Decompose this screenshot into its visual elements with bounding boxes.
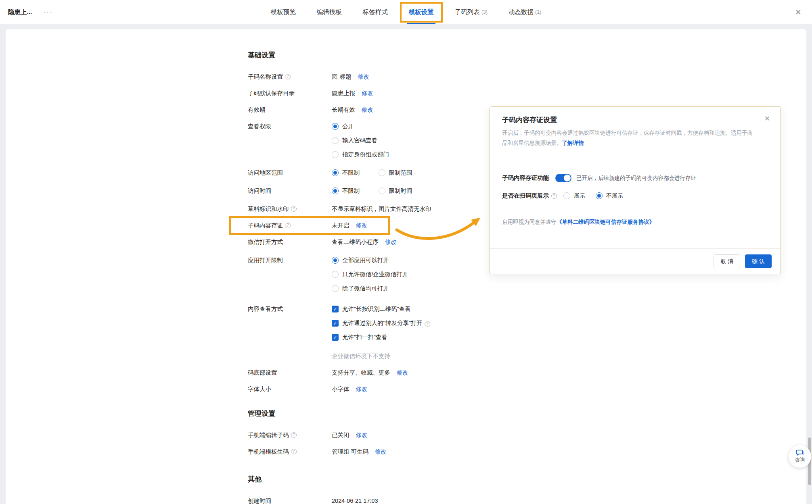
radio-icon <box>563 192 570 199</box>
radio-icon <box>332 271 339 278</box>
scan-page-display-row: 是否在扫码页展示 ? 展示 不展示 <box>502 192 634 200</box>
row-mobile-edit-subcode: 手机端编辑子码 ? 已关闭 修改 <box>248 431 806 439</box>
radio-selected-icon <box>332 123 339 130</box>
tab-bar: 模板预览 编辑模板 标签样式 模板设置 子码列表 (3) 动态数据 (1) <box>271 0 542 24</box>
help-icon[interactable]: ? <box>291 449 297 454</box>
dynamic-data-count-badge: (1) <box>535 9 541 15</box>
radio-except-wechat[interactable]: 除了微信均可打开 <box>332 284 389 293</box>
more-icon[interactable]: ··· <box>43 8 52 16</box>
code-bottom-value: 支持分享、收藏、更多 <box>332 369 390 377</box>
toggle-status-text: 已开启，后续新建的子码的可变内容都会进行存证 <box>576 175 696 182</box>
radio-selected-icon <box>332 169 339 176</box>
dialog-close-icon[interactable]: ✕ <box>764 115 770 123</box>
subcode-name-value: 図标题 <box>332 73 352 81</box>
section-title-manage: 管理设置 <box>248 409 806 418</box>
checkbox-share-open[interactable]: ✓ 允许通过别人的"转发分享"打开 ? <box>332 319 430 327</box>
radio-all-apps[interactable]: 全部应用可以打开 <box>332 256 389 264</box>
row-subcode-name: 子码名称设置 ? 図标题 修改 <box>248 73 806 81</box>
section-title-other: 其他 <box>248 475 806 484</box>
row-font-size: 字体大小 小字体 修改 <box>248 385 806 394</box>
modify-mobile-edit-link[interactable]: 修改 <box>356 431 368 439</box>
dialog-title: 子码内容存证设置 <box>502 115 557 125</box>
certification-settings-dialog: 子码内容存证设置 ✕ 开启后，子码的可变内容会通过蚂蚁区块链进行可信存证，保存存… <box>490 106 781 274</box>
consult-label: 咨询 <box>795 456 805 463</box>
agreement-text: 启用即视为同意并遵守《草料二维码区块链可信存证服务协议》 <box>502 219 655 226</box>
modify-default-folder-link[interactable]: 修改 <box>362 89 373 98</box>
radio-public[interactable]: 公开 <box>332 122 354 131</box>
cancel-button[interactable]: 取 消 <box>714 254 740 268</box>
row-default-folder: 子码默认保存目录 隐患上报 修改 <box>248 89 806 98</box>
row-created-time: 创建时间 2024-06-21 17:03 <box>248 497 806 504</box>
radio-icon <box>332 137 339 144</box>
radio-time-limited[interactable]: 限制时间 <box>379 187 412 195</box>
agreement-link[interactable]: 《草料二维码区块链可信存证服务协议》 <box>557 219 655 225</box>
tab-edit-template[interactable]: 编辑模板 <box>317 0 342 24</box>
modify-subcode-name-link[interactable]: 修改 <box>358 73 370 81</box>
radio-icon <box>332 285 339 292</box>
default-folder-value: 隐患上报 <box>332 89 355 98</box>
field-type-icon: 図 <box>332 73 338 80</box>
radio-time-unlimited[interactable]: 不限制 <box>332 187 360 195</box>
radio-icon <box>379 169 385 176</box>
consult-widget[interactable]: 咨询 <box>789 445 811 468</box>
checkbox-checked-icon: ✓ <box>332 306 339 312</box>
top-header: 隐患上... ··· 模板预览 编辑模板 标签样式 模板设置 子码列表 (3) … <box>0 0 812 24</box>
row-content-view-mode: 内容查看方式 ✓ 允许"长按识别二维码"查看 ✓ 允许通过别人的"转发分享"打开… <box>248 305 806 360</box>
close-icon[interactable]: ✕ <box>795 0 802 24</box>
confirm-button[interactable]: 确 认 <box>745 254 772 268</box>
radio-icon <box>332 151 339 158</box>
checkbox-checked-icon: ✓ <box>332 334 339 341</box>
modify-code-bottom-link[interactable]: 修改 <box>397 369 408 377</box>
tab-template-preview[interactable]: 模板预览 <box>271 0 296 24</box>
radio-icon <box>379 187 385 194</box>
help-icon[interactable]: ? <box>285 74 291 79</box>
radio-selected-icon <box>596 192 603 199</box>
modify-mobile-generate-link[interactable]: 修改 <box>375 448 387 456</box>
checkbox-longpress-view[interactable]: ✓ 允许"长按识别二维码"查看 <box>332 305 411 313</box>
radio-display-show[interactable]: 展示 <box>563 192 585 200</box>
mobile-edit-value: 已关闭 <box>332 431 349 439</box>
certification-toggle-row: 子码内容存证功能 已开启，后续新建的子码的可变内容都会进行存证 <box>502 174 696 182</box>
chat-bubble-icon <box>796 450 804 456</box>
row-code-bottom-settings: 码底部设置 支持分享、收藏、更多 修改 <box>248 369 806 377</box>
radio-region-unlimited[interactable]: 不限制 <box>332 169 360 177</box>
tab-template-settings[interactable]: 模板设置 <box>409 0 434 24</box>
modify-validity-link[interactable]: 修改 <box>362 106 373 114</box>
radio-password-view[interactable]: 输入密码查看 <box>332 136 377 145</box>
tab-dynamic-data[interactable]: 动态数据 (1) <box>509 0 541 24</box>
certification-toggle[interactable] <box>555 174 571 182</box>
tab-label-style[interactable]: 标签样式 <box>363 0 388 24</box>
tab-subcode-list[interactable]: 子码列表 (3) <box>455 0 488 24</box>
detail-link[interactable]: 了解详情 <box>562 140 584 146</box>
help-icon[interactable]: ? <box>425 321 430 327</box>
wecom-not-supported-note: 企业微信环境下不支持 <box>332 352 390 360</box>
modify-certification-link[interactable]: 修改 <box>356 221 368 230</box>
display-label: 是否在扫码页展示 <box>502 192 549 200</box>
font-size-value: 小字体 <box>332 385 349 394</box>
toggle-knob <box>564 175 571 181</box>
row-mobile-generate-code: 手机端模板生码 ? 管理组 可生码 修改 <box>248 448 806 456</box>
template-title: 隐患上... <box>8 8 32 17</box>
brand-watermark-value: 不显示草料标识，图片文件高清无水印 <box>332 205 431 213</box>
help-icon[interactable]: ? <box>285 223 291 228</box>
checkbox-checked-icon: ✓ <box>332 320 339 327</box>
help-icon[interactable]: ? <box>291 206 297 212</box>
dialog-footer: 取 消 确 认 <box>490 248 781 274</box>
section-title-basic: 基础设置 <box>248 50 806 60</box>
radio-identity-group[interactable]: 指定身份组或部门 <box>332 150 389 159</box>
dialog-description: 开启后，子码的可变内容会通过蚂蚁区块链进行可信存证，保存存证时间戳，方便存档和追… <box>502 128 758 148</box>
validity-value: 长期有效 <box>332 106 355 114</box>
help-icon[interactable]: ? <box>551 193 557 199</box>
checkbox-scan-view[interactable]: ✓ 允许"扫一扫"查看 <box>332 333 387 342</box>
modify-font-size-link[interactable]: 修改 <box>356 385 368 394</box>
subcode-count-badge: (3) <box>481 9 488 15</box>
radio-display-hide[interactable]: 不展示 <box>596 192 623 200</box>
toggle-label: 子码内容存证功能 <box>502 174 549 182</box>
radio-selected-icon <box>332 187 339 194</box>
radio-region-limited[interactable]: 限制范围 <box>379 169 412 177</box>
created-time-value: 2024-06-21 17:03 <box>332 497 378 504</box>
radio-selected-icon <box>332 257 339 264</box>
radio-wechat-only[interactable]: 只允许微信/企业微信打开 <box>332 270 408 279</box>
annotation-arrow-icon <box>393 213 486 245</box>
help-icon[interactable]: ? <box>291 432 297 438</box>
